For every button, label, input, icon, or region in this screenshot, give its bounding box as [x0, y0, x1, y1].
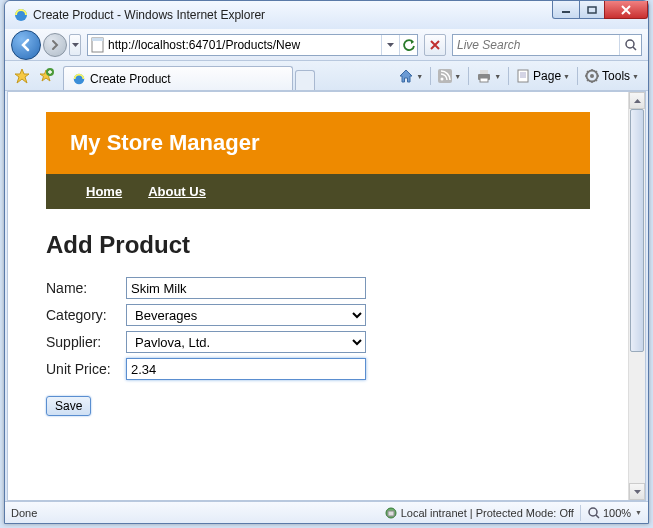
ie-window: Create Product - Windows Internet Explor… — [4, 0, 649, 524]
svg-rect-1 — [562, 11, 570, 13]
zoom-value: 100% — [603, 507, 631, 519]
refresh-button[interactable] — [399, 35, 417, 55]
scroll-track[interactable] — [629, 109, 645, 483]
back-button[interactable] — [11, 30, 41, 60]
svg-rect-2 — [588, 7, 596, 13]
site-nav: Home About Us — [46, 174, 590, 209]
address-bar — [87, 34, 418, 56]
maximize-button[interactable] — [579, 1, 605, 19]
chevron-down-icon: ▼ — [635, 509, 642, 516]
svg-point-5 — [626, 40, 634, 48]
svg-point-15 — [590, 74, 594, 78]
stop-button[interactable] — [424, 34, 446, 56]
vertical-scrollbar[interactable] — [628, 92, 645, 500]
status-zone: Local intranet | Protected Mode: Off — [401, 507, 574, 519]
window-title: Create Product - Windows Internet Explor… — [33, 8, 265, 22]
svg-rect-4 — [92, 38, 103, 41]
page-menu[interactable]: Page ▼ — [513, 65, 573, 87]
favorites-button[interactable] — [11, 65, 33, 87]
browser-tab[interactable]: Create Product — [63, 66, 293, 90]
label-supplier: Supplier: — [46, 334, 126, 350]
svg-point-9 — [441, 78, 444, 81]
address-dropdown[interactable] — [381, 35, 399, 55]
zoom-icon — [587, 506, 601, 520]
label-name: Name: — [46, 280, 126, 296]
nav-link-home[interactable]: Home — [86, 184, 122, 199]
history-dropdown[interactable] — [69, 34, 81, 56]
save-button[interactable]: Save — [46, 396, 91, 416]
forward-button[interactable] — [43, 33, 67, 57]
add-favorite-button[interactable] — [35, 65, 57, 87]
label-category: Category: — [46, 307, 126, 323]
status-text: Done — [11, 507, 37, 519]
page-icon — [90, 37, 106, 53]
navigation-bar — [5, 29, 648, 61]
command-bar: Create Product ▼ ▼ ▼ Page ▼ — [5, 61, 648, 91]
home-button[interactable]: ▼ — [395, 65, 426, 87]
nav-link-about[interactable]: About Us — [148, 184, 206, 199]
ie-logo-icon — [13, 7, 29, 23]
tools-menu[interactable]: Tools ▼ — [582, 65, 642, 87]
command-buttons: ▼ ▼ ▼ Page ▼ Tools ▼ — [395, 65, 642, 87]
scroll-up-button[interactable] — [629, 92, 645, 109]
close-button[interactable] — [604, 1, 648, 19]
label-unit-price: Unit Price: — [46, 361, 126, 377]
search-button[interactable] — [619, 35, 641, 55]
scroll-down-button[interactable] — [629, 483, 645, 500]
supplier-select[interactable]: Pavlova, Ltd. — [126, 331, 366, 353]
status-bar: Done Local intranet | Protected Mode: Of… — [5, 501, 648, 523]
svg-rect-13 — [518, 70, 528, 82]
svg-rect-17 — [388, 511, 394, 516]
tab-title: Create Product — [90, 72, 171, 86]
unit-price-input[interactable] — [126, 358, 366, 380]
zoom-control[interactable]: 100% ▼ — [587, 506, 642, 520]
minimize-button[interactable] — [552, 1, 580, 19]
site-banner: My Store Manager — [46, 112, 590, 174]
internet-zone-icon — [384, 506, 398, 520]
search-input[interactable] — [453, 38, 619, 52]
banner-title: My Store Manager — [70, 130, 260, 155]
page-heading: Add Product — [46, 231, 590, 259]
new-tab-button[interactable] — [295, 70, 315, 90]
print-button[interactable]: ▼ — [473, 65, 504, 87]
address-input[interactable] — [108, 38, 381, 52]
svg-rect-12 — [480, 78, 488, 82]
product-form: Name: Category: Beverages Supplier: Pavl… — [46, 277, 590, 380]
window-controls — [553, 1, 648, 19]
svg-rect-11 — [480, 70, 488, 74]
title-bar: Create Product - Windows Internet Explor… — [5, 1, 648, 29]
scroll-thumb[interactable] — [630, 109, 644, 352]
svg-point-18 — [589, 508, 597, 516]
ie-logo-icon — [72, 72, 86, 86]
client-area: My Store Manager Home About Us Add Produ… — [7, 91, 646, 501]
search-box — [452, 34, 642, 56]
category-select[interactable]: Beverages — [126, 304, 366, 326]
name-input[interactable] — [126, 277, 366, 299]
feeds-button[interactable]: ▼ — [435, 65, 464, 87]
page-viewport: My Store Manager Home About Us Add Produ… — [8, 92, 628, 500]
